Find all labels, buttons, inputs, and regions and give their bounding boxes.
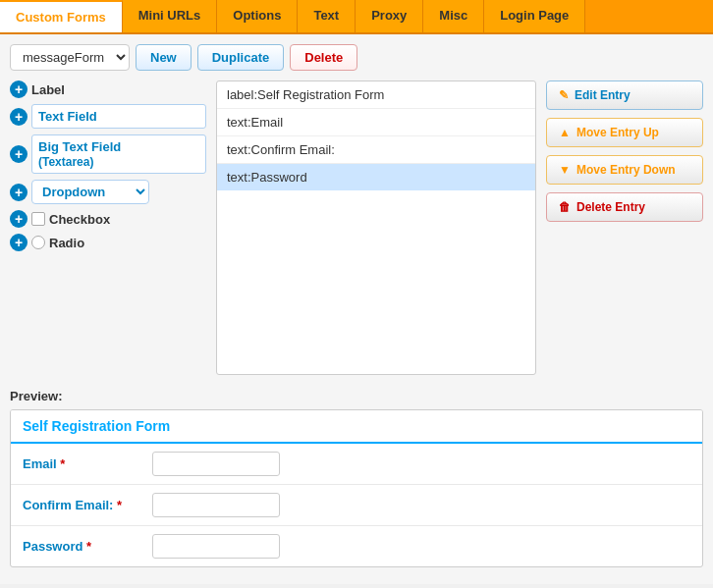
nav-tab-text[interactable]: Text [298,0,356,32]
form-select[interactable]: messageForm [10,44,130,71]
preview-input[interactable] [152,452,280,476]
nav-tab-misc[interactable]: Misc [423,0,484,32]
add-checkbox-button[interactable]: + [10,210,27,228]
move-down-icon: ▼ [559,163,571,177]
preview-box: Self Registration Form Email *Confirm Em… [10,409,703,567]
radio-preview [31,236,45,249]
preview-field-label: Password * [23,539,140,554]
checkbox-label: Checkbox [49,212,110,227]
required-asterisk: * [82,539,91,554]
list-item[interactable]: text:Email [217,109,535,136]
dropdown-select[interactable]: Dropdown [31,180,149,204]
required-asterisk: * [113,498,122,512]
toolbar: messageForm New Duplicate Delete [10,44,703,71]
add-big-text-button[interactable]: + [10,145,27,163]
list-item[interactable]: text:Confirm Email: [217,136,535,164]
add-radio-button[interactable]: + [10,234,27,251]
entries-list: label:Self Registration Formtext:Emailte… [216,80,536,375]
move-up-icon: ▲ [559,126,571,139]
preview-field-label: Email * [23,456,140,471]
preview-row: Email * [11,444,702,485]
text-field-link[interactable]: Text Field [31,104,206,129]
preview-row: Confirm Email: * [11,485,702,526]
add-dropdown-button[interactable]: + [10,184,27,201]
edit-icon: ✎ [559,88,569,102]
new-button[interactable]: New [136,44,192,71]
nav-tab-custom-forms[interactable]: Custom Forms [0,0,123,32]
list-item[interactable]: text:Password [217,164,535,190]
required-asterisk: * [57,456,66,471]
preview-form-title: Self Registration Form [11,410,702,444]
preview-label: Preview: [10,389,703,403]
content-grid: + Label + Text Field + Big Text Field (T… [10,80,703,375]
preview-input[interactable] [152,534,280,559]
nav-tab-options[interactable]: Options [217,0,298,32]
label-field-item: + Label [10,80,206,98]
move-entry-up-button[interactable]: ▲ Move Entry Up [546,118,703,147]
radio-label: Radio [49,236,84,250]
duplicate-button[interactable]: Duplicate [197,44,285,71]
add-text-field-button[interactable]: + [10,108,27,126]
delete-entry-button[interactable]: 🗑 Delete Entry [546,192,703,222]
add-label-button[interactable]: + [10,80,27,98]
dropdown-field-item: + Dropdown [10,180,206,204]
move-entry-down-button[interactable]: ▼ Move Entry Down [546,155,703,185]
text-field-item: + Text Field [10,104,206,129]
big-text-field-link[interactable]: Big Text Field (Textarea) [31,134,206,174]
nav-tab-login-page[interactable]: Login Page [484,0,585,32]
preview-row: Password * [11,526,702,566]
top-nav: Custom FormsMini URLsOptionsTextProxyMis… [0,0,713,34]
edit-entry-button[interactable]: ✎ Edit Entry [546,80,703,110]
preview-input[interactable] [152,493,280,517]
preview-section: Preview: Self Registration Form Email *C… [10,389,703,567]
list-item[interactable]: label:Self Registration Form [217,81,535,109]
right-panel: ✎ Edit Entry ▲ Move Entry Up ▼ Move Entr… [546,80,703,375]
label-field-text: Label [31,82,65,97]
checkbox-preview [31,212,45,226]
preview-field-label: Confirm Email: * [23,498,140,512]
delete-icon: 🗑 [559,200,571,214]
nav-tab-proxy[interactable]: Proxy [356,0,423,32]
big-text-field-item: + Big Text Field (Textarea) [10,134,206,174]
nav-tab-mini-urls[interactable]: Mini URLs [123,0,218,32]
middle-panel: label:Self Registration Formtext:Emailte… [216,80,536,375]
left-panel: + Label + Text Field + Big Text Field (T… [10,80,206,375]
radio-field-item: + Radio [10,234,206,251]
checkbox-field-item: + Checkbox [10,210,206,228]
delete-button[interactable]: Delete [290,44,357,71]
